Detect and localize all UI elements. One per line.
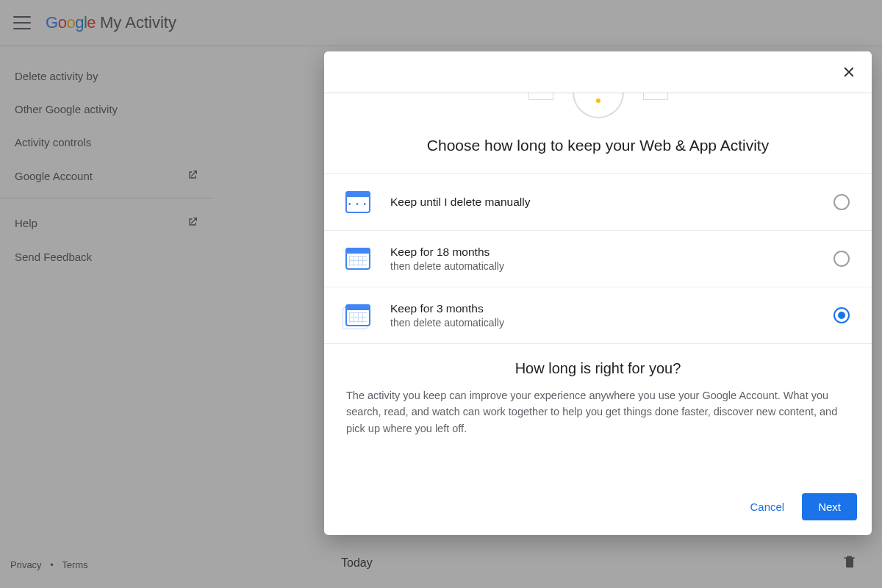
option-title: Keep for 3 months	[390, 302, 833, 315]
explain-body: The activity you keep can improve your e…	[346, 387, 850, 437]
calendar-stack-icon	[342, 301, 374, 330]
next-button[interactable]: Next	[802, 493, 857, 520]
option-subtitle: then delete automatically	[390, 260, 833, 272]
option-keep-until-manual[interactable]: Keep until I delete manually	[324, 174, 872, 231]
dialog-header	[324, 51, 872, 93]
dialog-footer: Cancel Next	[324, 481, 872, 535]
option-keep-18-months[interactable]: Keep for 18 months then delete automatic…	[324, 231, 872, 287]
cancel-button[interactable]: Cancel	[739, 493, 795, 520]
option-keep-3-months[interactable]: Keep for 3 months then delete automatica…	[324, 287, 872, 344]
dialog-illustration	[324, 93, 872, 131]
app-root: Google My Activity Delete activity by Ot…	[0, 0, 882, 588]
calendar-icon	[342, 187, 374, 217]
radio-button[interactable]	[833, 307, 850, 323]
explain-title: How long is right for you?	[346, 360, 850, 377]
dialog-explain: How long is right for you? The activity …	[324, 344, 872, 440]
radio-button[interactable]	[833, 194, 850, 210]
close-button[interactable]	[839, 62, 858, 82]
option-title: Keep until I delete manually	[390, 196, 833, 209]
calendar-icon	[342, 244, 374, 273]
radio-button[interactable]	[833, 251, 850, 267]
retention-options: Keep until I delete manually Keep for 18…	[324, 173, 872, 344]
option-title: Keep for 18 months	[390, 245, 833, 259]
retention-dialog: Choose how long to keep your Web & App A…	[324, 51, 872, 535]
option-subtitle: then delete automatically	[390, 317, 833, 329]
dialog-title: Choose how long to keep your Web & App A…	[324, 131, 872, 173]
